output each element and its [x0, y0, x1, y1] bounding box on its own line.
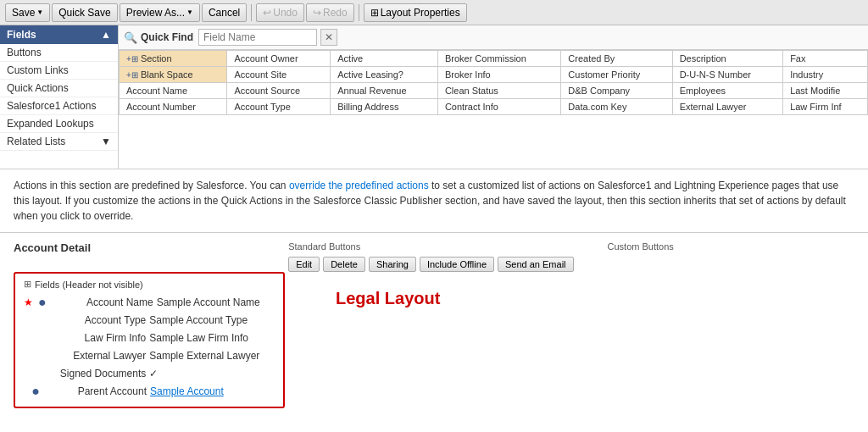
field-value: Sample Account Name [157, 296, 260, 308]
custom-buttons-label: Custom Buttons [608, 241, 674, 252]
table-cell: Active Leasing? [331, 67, 438, 83]
redo-button[interactable]: ↪ Redo [306, 3, 354, 22]
legal-layout-text: Legal Layout [336, 289, 440, 408]
fields-box-icon: ⊞ [24, 279, 31, 290]
override-link[interactable]: override the predefined actions [289, 180, 429, 191]
table-cell: Created By [561, 51, 672, 67]
field-value-link[interactable]: Sample Account [150, 385, 224, 397]
required-star-icon [24, 314, 26, 326]
field-value[interactable]: Sample Account [150, 385, 224, 397]
toolbar-divider-1 [251, 4, 252, 21]
required-star-icon: ★ [24, 296, 33, 308]
fields-table-container: +⊞ SectionAccount OwnerActiveBroker Comm… [119, 50, 868, 169]
table-cell: Data.com Key [561, 99, 672, 115]
account-detail-header: Account Detail [14, 241, 91, 254]
custom-buttons-group: Custom Buttons [608, 241, 674, 272]
redo-label: Redo [323, 7, 348, 19]
field-row: Signed Documents✓ [24, 366, 275, 381]
sidebar-item-buttons-label: Buttons [7, 47, 42, 58]
table-cell: Billing Address [331, 99, 438, 115]
fields-box-title: Fields (Header not visible) [35, 280, 143, 290]
sidebar-scroll-icon: ▼ [101, 136, 111, 147]
field-row: ★●Account NameSample Account Name [24, 295, 275, 310]
field-dot-icon [31, 330, 39, 346]
table-cell: D-U-N-S Number [672, 67, 782, 83]
sidebar-item-related-lists[interactable]: Related Lists ▼ [0, 133, 118, 151]
table-cell: Account Owner [227, 51, 331, 67]
field-value: Sample Law Firm Info [149, 332, 248, 344]
table-cell: +⊞ Blank Space [120, 67, 227, 83]
sidebar-item-quick-actions[interactable]: Quick Actions [0, 80, 118, 97]
table-cell: External Lawyer [672, 99, 782, 115]
table-cell: Account Source [227, 83, 331, 99]
table-cell: Clean Status [437, 83, 560, 99]
sidebar-item-custom-links[interactable]: Custom Links [0, 62, 118, 80]
standard-button[interactable]: Sharing [369, 257, 416, 272]
quick-find-input[interactable] [198, 29, 317, 46]
standard-buttons-label: Standard Buttons [288, 241, 573, 252]
table-cell: +⊞ Section [120, 51, 227, 67]
standard-button[interactable]: Edit [288, 257, 320, 272]
table-cell: Law Firm Inf [783, 99, 868, 115]
info-text-before: Actions in this section are predefined b… [14, 180, 289, 191]
account-detail-section: Account Detail Standard Buttons EditDele… [0, 233, 868, 417]
fields-box-header: ⊞ Fields (Header not visible) [24, 279, 275, 290]
undo-label: Undo [273, 7, 298, 19]
toolbar-divider-2 [359, 4, 359, 21]
standard-button[interactable]: Delete [323, 257, 365, 272]
standard-buttons-group: Standard Buttons EditDeleteSharingInclud… [288, 241, 573, 272]
layout-props-label: Layout Properties [381, 7, 460, 19]
sidebar: Fields ▲ Buttons Custom Links Quick Acti… [0, 25, 119, 169]
standard-button[interactable]: Send an Email [498, 257, 574, 272]
right-panel: 🔍 Quick Find ✕ +⊞ SectionAccount OwnerAc… [119, 25, 868, 169]
required-star-icon [24, 332, 26, 344]
info-section: Actions in this section are predefined b… [0, 169, 868, 233]
preview-arrow-icon: ▼ [186, 8, 193, 16]
cancel-button[interactable]: Cancel [202, 3, 247, 22]
sidebar-item-custom-links-label: Custom Links [7, 64, 69, 76]
field-value: Sample Account Type [149, 314, 248, 326]
table-cell: Account Number [120, 99, 227, 115]
layout-properties-button[interactable]: ⊞ Layout Properties [364, 3, 467, 22]
toolbar: Save ▼ Quick Save Preview As... ▼ Cancel… [0, 0, 868, 25]
table-cell: Broker Commission [437, 51, 560, 67]
fields-table: +⊞ SectionAccount OwnerActiveBroker Comm… [119, 50, 868, 115]
field-label: External Lawyer [44, 350, 146, 362]
table-cell: Annual Revenue [331, 83, 438, 99]
required-star-icon [24, 350, 26, 362]
table-cell: Account Name [120, 83, 227, 99]
sidebar-item-expanded-lookups[interactable]: Expanded Lookups [0, 115, 118, 133]
table-cell: Customer Priority [561, 67, 672, 83]
quick-save-button[interactable]: Quick Save [52, 3, 117, 22]
field-row: External LawyerSample External Lawyer [24, 348, 275, 363]
sidebar-header-label: Fields [7, 29, 36, 41]
sidebar-item-expanded-lookups-label: Expanded Lookups [7, 118, 94, 130]
standard-button[interactable]: Include Offline [420, 257, 494, 272]
quick-find-clear-button[interactable]: ✕ [320, 29, 337, 46]
main-area: Fields ▲ Buttons Custom Links Quick Acti… [0, 25, 868, 169]
sidebar-item-related-lists-label: Related Lists [7, 136, 65, 147]
sidebar-header: Fields ▲ [0, 25, 118, 44]
sidebar-item-buttons[interactable]: Buttons [0, 44, 118, 62]
field-dot-icon [31, 348, 39, 363]
preview-as-button[interactable]: Preview As... ▼ [120, 3, 200, 22]
fields-box: ⊞ Fields (Header not visible) ★●Account … [14, 272, 285, 408]
field-dot-icon: ● [38, 295, 47, 310]
quick-save-label: Quick Save [58, 7, 110, 19]
field-label: Signed Documents [44, 368, 146, 379]
quick-find-label: Quick Find [141, 31, 193, 43]
redo-icon: ↪ [313, 7, 321, 19]
table-cell: Contract Info [437, 99, 560, 115]
save-button[interactable]: Save ▼ [5, 3, 50, 22]
table-cell: Active [331, 51, 438, 67]
required-star-icon [24, 385, 26, 397]
field-label: Account Type [44, 314, 146, 326]
table-cell: Broker Info [437, 67, 560, 83]
sidebar-item-salesforce1[interactable]: Salesforce1 Actions [0, 97, 118, 115]
table-cell: D&B Company [561, 83, 672, 99]
field-dot-icon [31, 313, 39, 328]
undo-button[interactable]: ↩ Undo [256, 3, 304, 22]
save-arrow-icon: ▼ [36, 8, 43, 16]
standard-buttons-row: EditDeleteSharingInclude OfflineSend an … [288, 257, 573, 272]
field-row: Law Firm InfoSample Law Firm Info [24, 330, 275, 346]
